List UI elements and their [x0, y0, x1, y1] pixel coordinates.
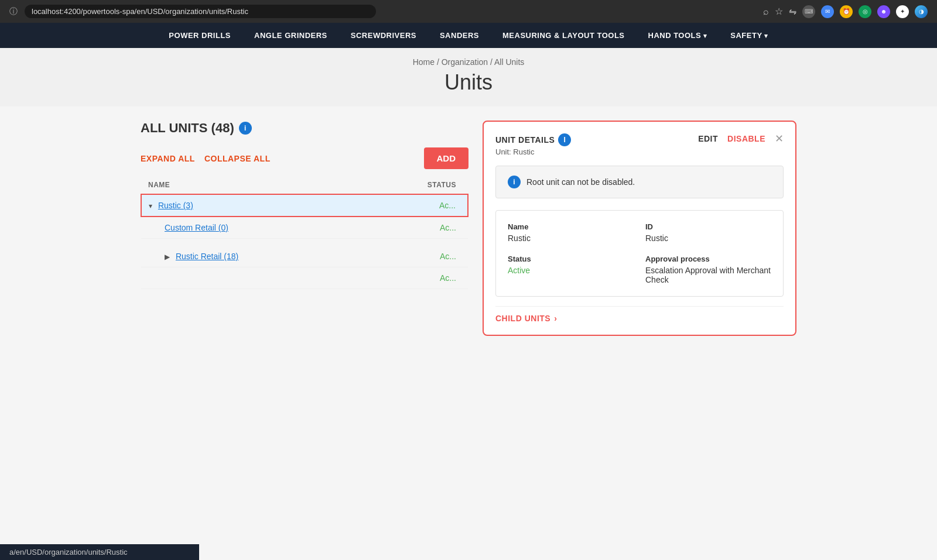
extension-icon-5[interactable]: ✦: [896, 5, 909, 18]
col-status-header: STATUS: [365, 176, 468, 194]
extension-icon-1[interactable]: ✉: [821, 5, 834, 18]
unit-custom-retail-link[interactable]: Custom Retail (0): [165, 223, 228, 232]
details-subtitle: Unit: Rustic: [495, 147, 571, 156]
details-title-text: UNIT DETAILS: [495, 135, 555, 145]
profile-icon[interactable]: ◑: [915, 5, 928, 18]
favicon-icon: ⓘ: [9, 6, 18, 17]
extension-icon-4[interactable]: ☻: [877, 5, 890, 18]
units-table: NAME STATUS ▾ Rustic (3) Ac... Custom Re…: [141, 176, 468, 289]
details-title-section: UNIT DETAILS i Unit: Rustic: [495, 133, 571, 156]
nav-safety[interactable]: SAFETY: [730, 31, 768, 40]
nav-angle-grinders[interactable]: ANGLE GRINDERS: [254, 31, 327, 40]
chevron-right-icon: ›: [554, 314, 557, 323]
main-content: ALL UNITS (48) i EXPAND ALL COLLAPSE ALL…: [117, 106, 820, 350]
col-name-header: NAME: [141, 176, 365, 194]
nav-screwdrivers[interactable]: SCREWDRIVERS: [351, 31, 416, 40]
details-grid: Name Rustic ID Rustic Status Active Appr…: [495, 210, 784, 297]
unit-rustic-retail-link[interactable]: Rustic Retail (18): [176, 252, 238, 261]
status-value: Active: [508, 266, 634, 275]
status-field: Status Active: [508, 255, 634, 284]
details-title: UNIT DETAILS i: [495, 133, 571, 146]
close-button[interactable]: ✕: [775, 133, 784, 144]
add-button[interactable]: ADD: [424, 147, 469, 169]
name-label: Name: [508, 222, 634, 231]
nav-sanders[interactable]: SANDERS: [440, 31, 479, 40]
panel-title: ALL UNITS (48) i: [141, 121, 468, 136]
collapse-all-button[interactable]: COLLAPSE ALL: [204, 154, 271, 163]
chevron-right-icon: ▶: [165, 253, 170, 261]
warning-box: i Root unit can not be disabled.: [495, 166, 784, 198]
approval-field: Approval process Escalation Approval wit…: [645, 255, 771, 284]
breadcrumb-home[interactable]: Home: [413, 57, 435, 67]
unit-rustic-link[interactable]: Rustic (3): [158, 201, 193, 210]
rustic-status: Ac...: [365, 194, 468, 217]
toolbar: EXPAND ALL COLLAPSE ALL ADD: [141, 147, 468, 169]
page-title: Units: [0, 70, 937, 95]
child-units-section[interactable]: Child Units ›: [495, 306, 784, 323]
expand-all-button[interactable]: EXPAND ALL: [141, 154, 195, 163]
right-panel: UNIT DETAILS i Unit: Rustic EDIT DISABLE…: [483, 121, 796, 336]
table-row[interactable]: ▶ Rustic Retail (18) Ac...: [141, 246, 468, 267]
table-row[interactable]: ▾ Rustic (3) Ac...: [141, 194, 468, 217]
breadcrumb-current: All Units: [494, 57, 524, 67]
browser-bar: ⓘ localhost:4200/powertools-spa/en/USD/o…: [0, 0, 937, 23]
nav-power-drills[interactable]: POWER DRILLS: [169, 31, 231, 40]
warning-info-icon: i: [508, 176, 521, 188]
details-grid-inner: Name Rustic ID Rustic Status Active Appr…: [508, 222, 771, 284]
table-row[interactable]: Custom Retail (0) Ac...: [141, 217, 468, 239]
warning-text: Root unit can not be disabled.: [526, 177, 635, 187]
name-value: Rustic: [508, 233, 634, 243]
search-icon[interactable]: ⌕: [763, 6, 769, 17]
details-card: UNIT DETAILS i Unit: Rustic EDIT DISABLE…: [483, 121, 796, 336]
approval-label: Approval process: [645, 255, 771, 263]
breadcrumb-organization[interactable]: Organization: [442, 57, 488, 67]
details-info-icon[interactable]: i: [558, 133, 571, 146]
browser-icons: ⌕ ☆ ⇋ ⌨ ✉ ⏰ ◎ ☻ ✦ ◑: [763, 5, 928, 18]
details-header: UNIT DETAILS i Unit: Rustic EDIT DISABLE…: [495, 133, 784, 156]
status-label: Status: [508, 255, 634, 263]
id-label: ID: [645, 222, 771, 231]
page-header: Home / Organization / All Units Units: [0, 48, 937, 106]
keyboard-icon[interactable]: ⌨: [802, 5, 815, 18]
status-url: a/en/USD/organization/units/Rustic: [9, 548, 128, 556]
child-units-label: Child Units: [495, 314, 550, 323]
disable-button[interactable]: DISABLE: [727, 134, 765, 143]
table-row: Ac...: [141, 267, 468, 289]
top-navigation: POWER DRILLS ANGLE GRINDERS SCREWDRIVERS…: [0, 23, 937, 48]
rustic-retail-status: Ac...: [365, 246, 468, 267]
details-actions: EDIT DISABLE ✕: [698, 133, 784, 144]
id-value: Rustic: [645, 233, 771, 243]
chevron-down-icon: ▾: [149, 202, 152, 210]
table-spacer: [141, 239, 468, 246]
edit-button[interactable]: EDIT: [698, 134, 718, 143]
bookmark-icon[interactable]: ☆: [775, 6, 783, 17]
cast-icon[interactable]: ⇋: [789, 6, 796, 17]
id-field: ID Rustic: [645, 222, 771, 243]
left-panel: ALL UNITS (48) i EXPAND ALL COLLAPSE ALL…: [141, 121, 468, 336]
approval-value: Escalation Approval with Merchant Check: [645, 266, 771, 284]
units-info-icon[interactable]: i: [239, 122, 252, 135]
nav-measuring[interactable]: MEASURING & LAYOUT TOOLS: [502, 31, 624, 40]
extension-icon-3[interactable]: ◎: [859, 5, 871, 18]
nav-hand-tools[interactable]: HAND TOOLS: [648, 31, 707, 40]
address-bar[interactable]: localhost:4200/powertools-spa/en/USD/org…: [25, 5, 376, 18]
custom-retail-status: Ac...: [365, 217, 468, 239]
breadcrumb: Home / Organization / All Units: [0, 57, 937, 67]
status-bar: a/en/USD/organization/units/Rustic: [0, 544, 199, 560]
panel-title-text: ALL UNITS (48): [141, 121, 234, 136]
extension-icon-2[interactable]: ⏰: [840, 5, 853, 18]
name-field: Name Rustic: [508, 222, 634, 243]
